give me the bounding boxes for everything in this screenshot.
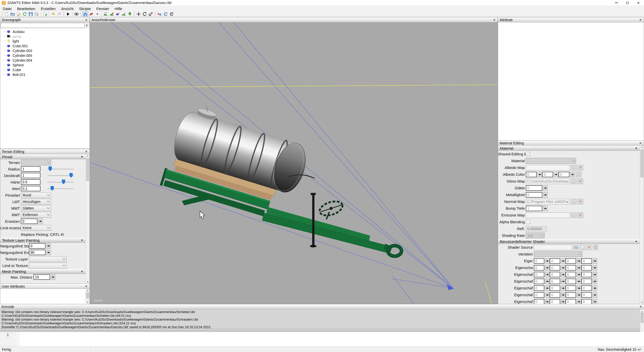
dropdown-shading-rate[interactable]: 1x1: [526, 233, 545, 238]
spinner-buttons[interactable]: ◀▶: [46, 243, 51, 249]
spinner-buttons[interactable]: ◀▶: [593, 258, 597, 264]
filter-icon[interactable]: ▼: [81, 239, 83, 242]
toolbar-rename-button[interactable]: AB: [156, 11, 163, 17]
toolbar-visibility-button[interactable]: [73, 11, 79, 17]
toolbar-gripper[interactable]: [134, 12, 135, 16]
spinner-buttons[interactable]: ◀▶: [538, 172, 542, 177]
spinner-buttons[interactable]: ◀▶: [577, 265, 581, 271]
toolbar-terrain-sculpt-button[interactable]: [103, 11, 109, 17]
toolbar-new-file-button[interactable]: [4, 11, 10, 17]
spinner-buttons[interactable]: ◀▶: [545, 292, 550, 298]
menu-erstellen[interactable]: Erstellen: [38, 6, 58, 11]
spinner-buttons[interactable]: ◀▶: [561, 299, 566, 304]
scenegraph-node-cylinder-003[interactable]: Cylinder.003: [0, 48, 90, 53]
spinner-buttons[interactable]: ◀▶: [561, 258, 566, 264]
spinner-buttons[interactable]: ◀▶: [561, 272, 566, 277]
scenegraph-node-cube[interactable]: Cube: [0, 67, 90, 72]
toolbar-shading-toggle-button[interactable]: [88, 11, 94, 17]
toolbar-tree-place-button[interactable]: [127, 11, 133, 17]
toolbar-reload-shaders-button[interactable]: [169, 11, 175, 17]
value-input[interactable]: [566, 272, 576, 277]
scroll-down-icon[interactable]: ▼: [86, 281, 90, 283]
value-input[interactable]: [21, 173, 41, 178]
konsole-close-icon[interactable]: ✕: [639, 305, 642, 309]
minimize-button[interactable]: [611, 0, 622, 6]
checkbox-alpha-blending[interactable]: [526, 220, 530, 224]
spinner-buttons[interactable]: ◀▶: [577, 272, 581, 277]
value-input[interactable]: [566, 299, 576, 304]
scenegraph-node-ausbau[interactable]: Ausbau: [0, 29, 90, 34]
toolbar-rotate-tool-button[interactable]: [142, 11, 148, 17]
value-input[interactable]: [581, 279, 592, 284]
dropdown-material[interactable]: [526, 158, 576, 164]
menu-hilfe[interactable]: Hilfe: [112, 6, 125, 11]
filter-icon[interactable]: ▼: [81, 270, 83, 273]
scroll-up-icon[interactable]: ▲: [640, 146, 644, 148]
spinner-buttons[interactable]: ◀▶: [577, 258, 581, 264]
spinner-buttons[interactable]: ◀▶: [545, 265, 550, 271]
toolbar-open-file-button[interactable]: [10, 11, 16, 17]
menu-datei[interactable]: Datei: [0, 6, 14, 11]
value-input[interactable]: [534, 272, 544, 277]
spinner-buttons[interactable]: ◀▶: [577, 285, 581, 291]
scenegraph-node-bolt-021[interactable]: Bolt.021: [0, 72, 90, 77]
konsole-horizontal-scrollbar[interactable]: [0, 328, 644, 332]
spinner-buttons[interactable]: ◀▶: [577, 299, 581, 304]
value-input[interactable]: [526, 165, 570, 170]
value-input[interactable]: [550, 292, 560, 298]
value-input[interactable]: [526, 199, 570, 204]
toolbar-gripper[interactable]: [63, 12, 64, 16]
toolbar-import-file-button[interactable]: [16, 11, 22, 17]
value-input[interactable]: [526, 179, 570, 184]
spinner-buttons[interactable]: ◀▶: [561, 285, 566, 291]
value-input[interactable]: [550, 258, 560, 264]
value-input[interactable]: [550, 279, 560, 284]
section-texture-layer-painting[interactable]: Texture Layer Painting▼: [0, 238, 86, 243]
toolbar-undo-button[interactable]: [50, 11, 56, 17]
spinner-buttons[interactable]: ◀▶: [593, 285, 597, 291]
slider-thumb[interactable]: [49, 166, 52, 171]
scroll-down-icon[interactable]: ▼: [86, 301, 90, 303]
toolbar-save-button[interactable]: [28, 11, 34, 17]
value-input[interactable]: [566, 292, 576, 298]
value-input[interactable]: [534, 285, 544, 291]
scrollbar-thumb[interactable]: [640, 150, 643, 177]
clear-button[interactable]: ✕: [578, 212, 583, 218]
toolbar-reload-button[interactable]: [22, 11, 28, 17]
value-input[interactable]: [534, 299, 544, 304]
slider-wert[interactable]: [48, 186, 74, 191]
scenegraph-close-icon[interactable]: ✕: [85, 18, 88, 22]
scroll-up-icon[interactable]: ▲: [86, 155, 90, 157]
toolbar-object-paint-button[interactable]: [115, 11, 121, 17]
value-input[interactable]: [566, 258, 576, 264]
scenegraph-node-cube-001[interactable]: Cube.001: [0, 43, 90, 48]
spinner-buttons[interactable]: ◀▶: [593, 272, 597, 277]
toolbar-export-file-button[interactable]: [34, 11, 40, 17]
spinner-buttons[interactable]: ◀▶: [543, 206, 548, 211]
value-input[interactable]: [566, 279, 576, 284]
section-material[interactable]: Material▼: [498, 146, 640, 151]
toolbar-camera-home-button[interactable]: [82, 11, 88, 17]
value-input[interactable]: [550, 285, 560, 291]
spinner-buttons[interactable]: ◀▶: [38, 218, 43, 224]
value-input[interactable]: [581, 258, 592, 264]
scroll-down-icon[interactable]: ▼: [640, 301, 644, 303]
spinner-buttons[interactable]: ◀▶: [51, 274, 55, 280]
scenegraph-node-sphere[interactable]: Sphere: [0, 63, 90, 67]
clear-button[interactable]: ✕: [578, 165, 583, 170]
dropdown-mmt[interactable]: Glätten: [21, 205, 51, 211]
filter-icon[interactable]: ▼: [635, 240, 637, 243]
spinner-buttons[interactable]: ◀▶: [545, 279, 550, 284]
konsole-log[interactable]: ▲ Warning: i3d contains non-binary index…: [0, 309, 644, 328]
value-input[interactable]: [21, 166, 41, 172]
dropdown-pinselart[interactable]: Rund: [21, 192, 51, 198]
scenegraph-node-cylinder-005[interactable]: Cylinder.005: [0, 53, 90, 58]
toolbar-reload-materials-button[interactable]: [163, 11, 169, 17]
user-attributes-scrollbar[interactable]: ▲ ▼: [86, 289, 90, 304]
value-input[interactable]: [526, 212, 570, 218]
value-input[interactable]: [534, 265, 544, 271]
value-input[interactable]: [550, 265, 560, 271]
material-editing-scrollbar[interactable]: ▲ ▼: [640, 146, 644, 304]
toolbar-redo-button[interactable]: [56, 11, 62, 17]
toolbar-foliage-paint-button[interactable]: [121, 11, 127, 17]
